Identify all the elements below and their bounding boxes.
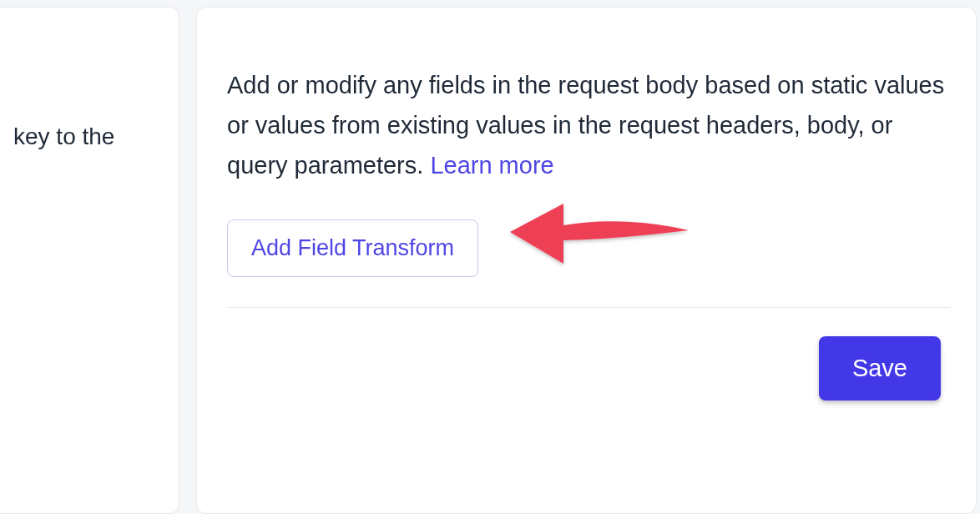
add-field-transform-button[interactable]: Add Field Transform — [227, 219, 478, 277]
section-divider — [227, 307, 951, 308]
main-content-panel: Add or modify any fields in the request … — [196, 7, 977, 514]
actions-row: Save — [227, 336, 951, 401]
save-button[interactable]: Save — [819, 336, 941, 401]
left-sidebar-panel: key to the — [0, 7, 179, 514]
learn-more-link[interactable]: Learn more — [430, 152, 553, 179]
field-transform-description: Add or modify any fields in the request … — [227, 66, 951, 186]
left-panel-text-fragment: key to the — [13, 120, 165, 153]
description-text: Add or modify any fields in the request … — [227, 72, 944, 179]
